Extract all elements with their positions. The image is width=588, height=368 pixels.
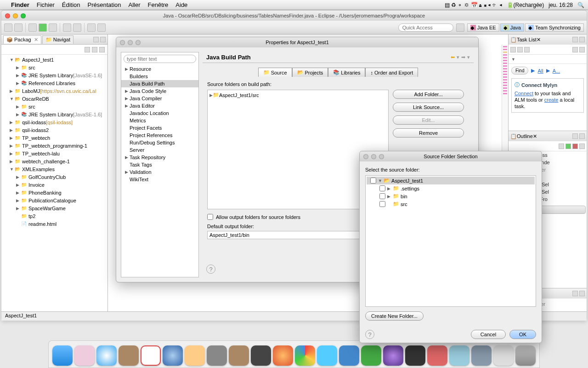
min3-icon[interactable] (572, 291, 578, 296)
dlg-zoom[interactable] (136, 40, 141, 45)
sfs-min[interactable] (371, 154, 376, 159)
spotlight-icon[interactable]: 🔍 (577, 2, 584, 8)
sfs-close[interactable] (363, 154, 368, 159)
package-explorer-tab[interactable]: 📦 Packag✕ (3, 35, 41, 44)
dlg-close[interactable] (120, 40, 125, 45)
runext-icon[interactable] (49, 23, 57, 32)
category-item[interactable]: ▶Task Repository (121, 154, 198, 161)
trash-dock-icon[interactable] (515, 345, 536, 366)
newtask-icon[interactable] (510, 47, 516, 52)
tree-row[interactable]: ▶📁src (1, 63, 107, 71)
activate-link[interactable]: A... (553, 68, 560, 74)
search-icon[interactable] (97, 23, 106, 32)
category-item[interactable]: Builders (121, 73, 198, 80)
newclass-icon[interactable] (73, 23, 81, 32)
allow-output-checkbox[interactable] (207, 214, 213, 220)
tree-row[interactable]: ▶📁SpaceWarGame (1, 204, 107, 212)
category-item[interactable]: ▶Java Compiler (121, 95, 198, 102)
terminal-dock-icon[interactable] (405, 345, 425, 366)
schedule-icon[interactable] (524, 47, 530, 52)
perspective-team[interactable]: ◆Team Synchronizing (525, 23, 584, 32)
task-list-tab[interactable]: 📋 Task List ✕ (509, 34, 587, 45)
folder-checkbox[interactable] (379, 185, 385, 191)
category-item[interactable]: Run/Debug Settings (121, 139, 198, 146)
folder-checkbox[interactable] (379, 201, 385, 207)
tree-row[interactable]: ▶📚Referenced Libraries (1, 79, 107, 87)
add-folder-button[interactable]: Add Folder... (393, 90, 464, 99)
menu-aller[interactable]: Aller (129, 1, 141, 8)
tab-projects[interactable]: 📂Projects (292, 68, 328, 77)
finder-dock-icon[interactable] (52, 345, 73, 366)
navigator-tab[interactable]: 📁 Navigat (42, 35, 74, 44)
category-item[interactable]: Server (121, 146, 198, 154)
itunes-dock-icon[interactable] (163, 345, 183, 366)
link-editor-icon[interactable] (92, 47, 97, 52)
menu-fenetre[interactable]: Fenêtre (148, 1, 169, 8)
edit-button[interactable]: Edit... (393, 115, 464, 125)
sfs-tree-row[interactable]: ▶📁 bin (367, 192, 535, 200)
menubar-app[interactable]: Finder (11, 1, 29, 8)
tree-row[interactable]: ▶📁TP_webtech (1, 134, 107, 142)
find-button[interactable]: Find (511, 67, 528, 75)
collapse-icon[interactable] (579, 47, 585, 52)
tree-row[interactable]: ▶📁TP_webtech_programming-1 (1, 142, 107, 150)
sfs-tree-row[interactable]: 📁 src (367, 200, 535, 208)
tree-row[interactable]: 📁tp2 (1, 212, 107, 220)
category-item[interactable]: ▶Resource (121, 65, 198, 73)
menubar-tray-icons[interactable]: ▤ ♻ ⚬ ⛭ 📅 ⏏ ☸ ◀ ᯤ ◀ (445, 2, 502, 8)
category-item[interactable]: WikiText (121, 176, 198, 183)
max-icon[interactable] (579, 37, 585, 42)
tree-row[interactable]: ▶📁GolfCountryClub (1, 173, 107, 181)
all-link[interactable]: All (537, 68, 543, 74)
perspective-javaee[interactable]: ◆Java EE (467, 23, 499, 32)
connect-link[interactable]: Connect (514, 91, 533, 96)
activity-dock-icon[interactable] (251, 345, 271, 366)
focus-icon[interactable] (572, 47, 578, 52)
collapse-all-icon[interactable] (85, 47, 90, 52)
min2-icon[interactable] (572, 133, 578, 139)
tree-row[interactable]: ▼📂XMLExamples (1, 165, 107, 173)
category-item[interactable]: ▶Java Editor (121, 102, 198, 109)
excel-dock-icon[interactable] (361, 345, 381, 366)
tree-row[interactable]: ▼📂OscarReDB (1, 95, 107, 103)
tree-row[interactable]: ▶📁qsil-iodass2 (1, 126, 107, 134)
clock[interactable]: jeu. 16:28 (548, 2, 573, 8)
category-item[interactable]: Project References (121, 132, 198, 139)
menu-fichier[interactable]: Fichier (37, 1, 55, 8)
launchpad-dock-icon[interactable] (449, 345, 469, 366)
menu-edition[interactable]: Édition (62, 1, 80, 8)
ok-button[interactable]: OK (509, 330, 536, 339)
tab-order[interactable]: ↕Order and Export (365, 68, 418, 77)
dlg-min[interactable] (128, 40, 133, 45)
outline-tab[interactable]: 📋 Outline ✕ (509, 131, 587, 141)
categorize-icon[interactable] (517, 47, 523, 52)
create-link[interactable]: create (544, 97, 559, 103)
forward-icon[interactable]: ➡ (461, 54, 465, 60)
appstore2-dock-icon[interactable] (471, 345, 492, 366)
min-icon[interactable] (572, 37, 578, 42)
hide-fields-icon[interactable] (565, 144, 571, 149)
hide-static-icon[interactable] (572, 144, 578, 149)
tab-source[interactable]: 📁Source (258, 68, 292, 77)
project-tree[interactable]: ▼📂AspectJ_test1▶📁src▶📚JRE System Library… (1, 55, 107, 310)
tree-row[interactable]: ▶📁qsil-iodass [qsil-iodass] (1, 118, 107, 126)
remove-button[interactable]: Remove (393, 128, 464, 138)
tree-row[interactable]: ▶📁webtech_challenge-1 (1, 157, 107, 165)
firefox-dock-icon[interactable] (273, 345, 293, 366)
tree-row[interactable]: ▶📚JRE System Library [JavaSE-1.6] (1, 110, 107, 118)
sfs-tree-row[interactable]: ▶📁 .settings (367, 184, 535, 192)
category-item[interactable]: ▶Java Code Style (121, 87, 198, 95)
category-item[interactable]: Project Facets (121, 124, 198, 132)
hide-nonpub-icon[interactable] (579, 144, 585, 149)
run-icon[interactable] (39, 23, 47, 32)
max2-icon[interactable] (579, 133, 585, 139)
tree-row[interactable]: ▶📁PhoneBanking (1, 189, 107, 196)
help-icon[interactable]: ? (206, 264, 215, 274)
sfs-tree[interactable]: ▼📂 AspectJ_test1▶📁 .settings▶📁 bin📁 src (365, 175, 536, 307)
open-perspective-icon[interactable] (456, 23, 464, 32)
appstore-dock-icon[interactable] (229, 345, 249, 366)
filter-input[interactable] (124, 55, 196, 63)
category-item[interactable]: Metrics (121, 117, 198, 124)
category-item[interactable]: Java Build Path (121, 80, 198, 87)
sort-icon[interactable] (559, 144, 564, 149)
